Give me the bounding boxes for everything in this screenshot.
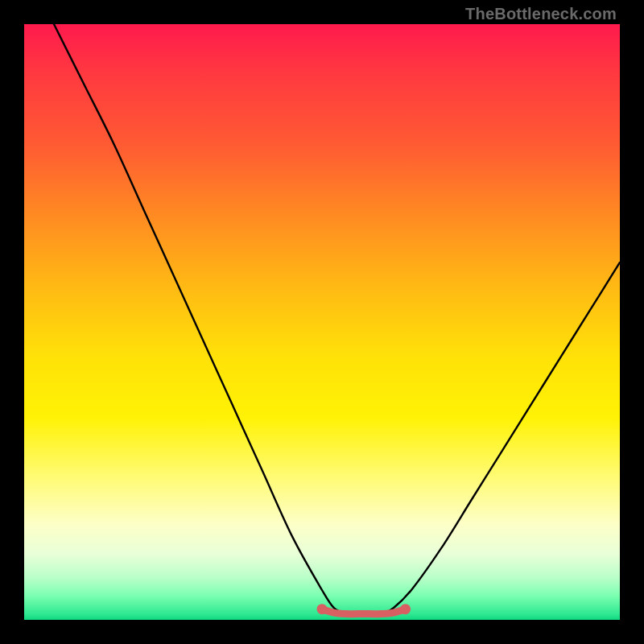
attribution-text: TheBottleneck.com: [465, 5, 617, 23]
chart-frame: TheBottleneck.com: [0, 0, 644, 644]
optimal-segment: [322, 609, 406, 614]
bottleneck-curve: [54, 24, 620, 614]
chart-svg: [24, 24, 620, 620]
optimal-endpoint-left: [317, 604, 328, 614]
chart-plot-area: [24, 24, 620, 620]
optimal-endpoint-right: [400, 604, 411, 614]
